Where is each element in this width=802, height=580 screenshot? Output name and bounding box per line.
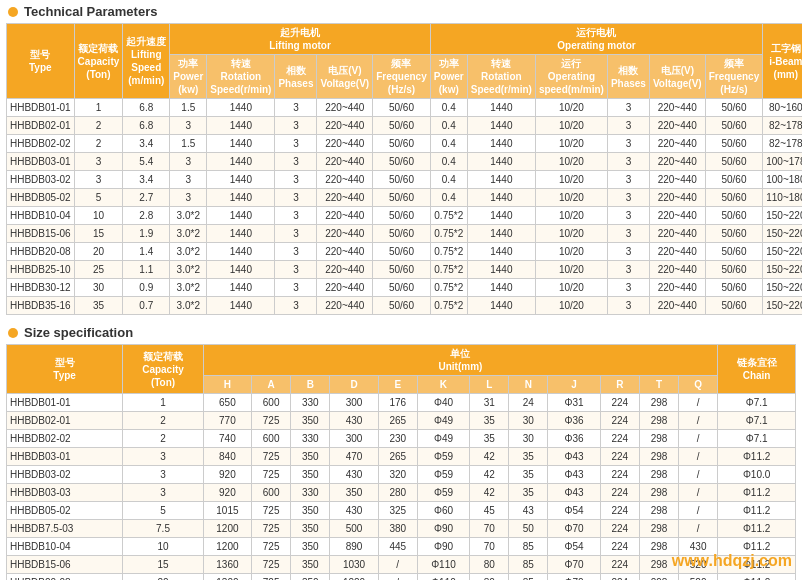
table-row: 224 xyxy=(600,538,639,556)
table-row: 1300 xyxy=(203,574,251,581)
table-row: 3 xyxy=(123,484,203,502)
table-row: / xyxy=(679,520,718,538)
table-row: 300 xyxy=(330,394,378,412)
table-row: 3 xyxy=(74,153,123,171)
table-row: HHBDB25-10 xyxy=(7,261,75,279)
table-row: 1 xyxy=(123,394,203,412)
table-row: 1440 xyxy=(207,261,275,279)
th2-type: 型号Type xyxy=(7,345,123,394)
table-row: 224 xyxy=(600,574,639,581)
table-row: 50/60 xyxy=(373,117,431,135)
table-row: / xyxy=(679,430,718,448)
table-row: Φ11.2 xyxy=(718,520,796,538)
table-row: 0.4 xyxy=(430,153,467,171)
th-om-opspeed: 运行Operatingspeed(m/min) xyxy=(535,55,607,99)
table-row: Φ60 xyxy=(417,502,469,520)
th-capacity: 额定荷载Capacity(Ton) xyxy=(74,24,123,99)
th-om-voltage: 电压(V)Voltage(V) xyxy=(649,55,705,99)
table-row: 50/60 xyxy=(705,297,763,315)
table-row: 110~180 xyxy=(763,189,802,207)
table-row: 298 xyxy=(639,394,678,412)
th-lm-phases: 相数Phases xyxy=(275,55,317,99)
table-row: 220~440 xyxy=(317,99,373,117)
table-row: 100~180 xyxy=(763,171,802,189)
table-row: 1.9 xyxy=(123,225,170,243)
table-row: 10/20 xyxy=(535,243,607,261)
table-row: 1440 xyxy=(207,297,275,315)
table-row: 220~440 xyxy=(317,261,373,279)
size-sub-th: B xyxy=(291,376,330,394)
table-row: 3 xyxy=(123,448,203,466)
table-row: 70 xyxy=(470,538,509,556)
table-row: Φ59 xyxy=(417,466,469,484)
table-row: 3.0*2 xyxy=(170,279,207,297)
table-row: 10/20 xyxy=(535,261,607,279)
th-lm-voltage: 电压(V)Voltage(V) xyxy=(317,55,373,99)
table-row: 298 xyxy=(639,574,678,581)
table-row: 220~440 xyxy=(649,279,705,297)
table-row: 1440 xyxy=(207,243,275,261)
table-row: Φ11.2 xyxy=(718,574,796,581)
table-row: Φ49 xyxy=(417,430,469,448)
table-row: 298 xyxy=(639,430,678,448)
table-row: 1 xyxy=(74,99,123,117)
table-row: 2 xyxy=(123,430,203,448)
table-row: 3.0*2 xyxy=(170,225,207,243)
table-row: 298 xyxy=(639,466,678,484)
table-row: 3 xyxy=(607,261,649,279)
table-row: 50/60 xyxy=(705,117,763,135)
table-row: 35 xyxy=(509,448,548,466)
table-row: 10 xyxy=(74,207,123,225)
table-row: 150~220 xyxy=(763,261,802,279)
table-row: 3 xyxy=(275,261,317,279)
table-row: 3 xyxy=(123,466,203,484)
table-row: 725 xyxy=(252,466,291,484)
table-row: Φ7.1 xyxy=(718,430,796,448)
table-row: Φ10.0 xyxy=(718,466,796,484)
table-row: 280 xyxy=(378,484,417,502)
table-row: 3 xyxy=(275,243,317,261)
table-row: 224 xyxy=(600,502,639,520)
table-row: Φ7.1 xyxy=(718,394,796,412)
table-row: 770 xyxy=(203,412,251,430)
table-row: 85 xyxy=(509,538,548,556)
table-row: 6.8 xyxy=(123,117,170,135)
table-row: 350 xyxy=(330,484,378,502)
table-row: HHBDB05-02 xyxy=(7,189,75,207)
table-row: 2 xyxy=(74,117,123,135)
table-row: Φ59 xyxy=(417,484,469,502)
table-row: Φ110 xyxy=(417,574,469,581)
table-row: HHBDB03-01 xyxy=(7,448,123,466)
table-row: 600 xyxy=(252,430,291,448)
size-sub-th: E xyxy=(378,376,417,394)
table-row: HHBDB01-01 xyxy=(7,394,123,412)
table-row: 82~178 xyxy=(763,135,802,153)
table-row: 1440 xyxy=(467,135,535,153)
table-row: 3 xyxy=(607,297,649,315)
table-row: 0.75*2 xyxy=(430,243,467,261)
table-row: 3 xyxy=(275,189,317,207)
table-row: 50/60 xyxy=(373,297,431,315)
table-row: 2 xyxy=(74,135,123,153)
table-row: Φ110 xyxy=(417,556,469,574)
table-row: 50/60 xyxy=(705,243,763,261)
table-row: 220~440 xyxy=(317,171,373,189)
th-om-freq: 频率Frequency(Hz/s) xyxy=(705,55,763,99)
section2-title: Size specification xyxy=(24,325,133,340)
table-row: 1360 xyxy=(203,556,251,574)
table-row: 50/60 xyxy=(705,261,763,279)
table-row: 2.7 xyxy=(123,189,170,207)
table-row: 600 xyxy=(252,394,291,412)
table-row: 80 xyxy=(470,574,509,581)
table-row: 50/60 xyxy=(705,279,763,297)
table-row: 0.4 xyxy=(430,189,467,207)
table-row: 725 xyxy=(252,502,291,520)
table-row: 24 xyxy=(509,394,548,412)
table-row: 1440 xyxy=(467,225,535,243)
table-row: 725 xyxy=(252,520,291,538)
table-row: 150~220 xyxy=(763,207,802,225)
table-row: 30 xyxy=(509,412,548,430)
table-row: / xyxy=(679,502,718,520)
th-om-rotation: 转速RotationSpeed(r/min) xyxy=(467,55,535,99)
table-row: 1.1 xyxy=(123,261,170,279)
